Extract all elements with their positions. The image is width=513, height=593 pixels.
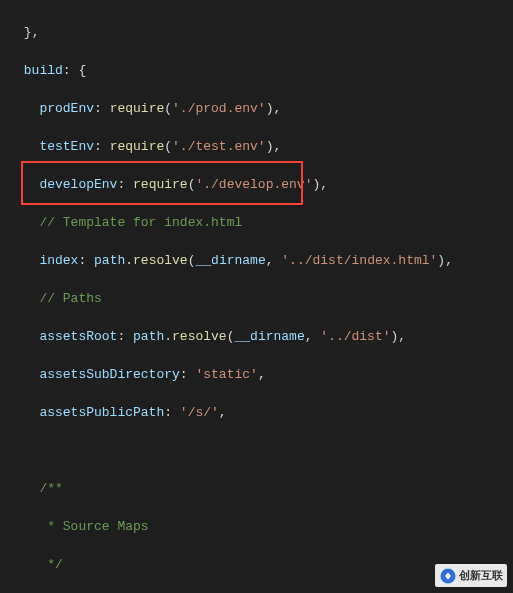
code-line: /** bbox=[16, 479, 513, 498]
watermark: 创新互联 bbox=[435, 564, 507, 587]
code-line: // Paths bbox=[16, 289, 513, 308]
code-editor[interactable]: }, build: { prodEnv: require('./prod.env… bbox=[0, 0, 513, 593]
watermark-text: 创新互联 bbox=[459, 566, 503, 585]
code-line: prodEnv: require('./prod.env'), bbox=[16, 99, 513, 118]
code-line: }, bbox=[16, 23, 513, 42]
code-line bbox=[16, 441, 513, 460]
watermark-logo-icon bbox=[439, 567, 457, 585]
code-line: build: { bbox=[16, 61, 513, 80]
code-line: assetsPublicPath: '/s/', bbox=[16, 403, 513, 422]
code-line: // Template for index.html bbox=[16, 213, 513, 232]
code-line: index: path.resolve(__dirname, '../dist/… bbox=[16, 251, 513, 270]
code-line: testEnv: require('./test.env'), bbox=[16, 137, 513, 156]
code-line: assetsSubDirectory: 'static', bbox=[16, 365, 513, 384]
code-line: * Source Maps bbox=[16, 517, 513, 536]
code-line: developEnv: require('./develop.env'), bbox=[16, 175, 513, 194]
code-line: assetsRoot: path.resolve(__dirname, '../… bbox=[16, 327, 513, 346]
